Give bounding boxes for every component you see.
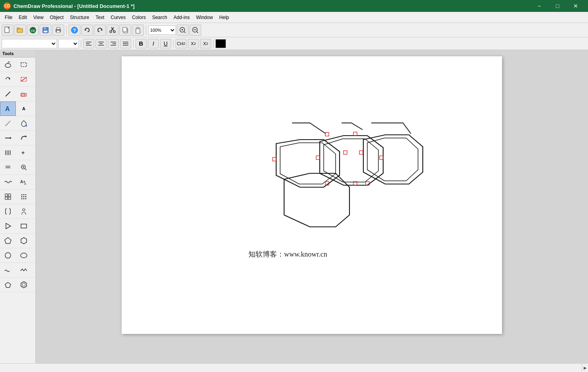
person-tool[interactable] [16,204,32,219]
window-title: ChemDraw Professional - [Untitled Docume… [13,3,530,9]
minimize-button[interactable]: − [530,0,548,12]
rectangle-tool[interactable] [16,219,32,233]
hexagon-tool[interactable] [16,234,32,248]
undo-button[interactable] [81,25,93,36]
redo-button[interactable] [94,25,106,36]
paste-button[interactable] [132,25,144,36]
copy-button[interactable] [119,25,131,36]
play-button-tool[interactable] [0,219,16,233]
zoom-out-button[interactable] [189,25,201,36]
menu-file[interactable]: File [2,13,15,22]
svg-text:CD: CD [4,4,10,8]
menu-curves[interactable]: Curves [107,13,129,22]
double-bond-tool[interactable] [0,160,16,174]
svg-rect-74 [8,197,11,199]
tool-row-5 [0,116,35,131]
cut-button[interactable] [107,25,118,36]
justify-button[interactable] [120,39,131,48]
paint-bucket-tool[interactable] [16,116,32,130]
app-icon: CD [3,2,11,10]
svg-text:CD: CD [31,29,35,32]
close-button[interactable]: ✕ [567,0,585,12]
menu-view[interactable]: View [30,13,47,22]
align-left-button[interactable] [83,39,94,48]
svg-point-84 [23,209,25,211]
zoom-in-button[interactable] [177,25,189,36]
menu-search[interactable]: Search [149,13,170,22]
new-button[interactable] [2,25,13,36]
scroll-right-button[interactable]: ▶ [582,364,588,372]
maximize-button[interactable]: □ [548,0,567,12]
bold-button[interactable]: B [136,39,147,48]
svg-rect-22 [123,27,127,32]
align-center-button[interactable] [95,39,107,48]
circle-tool[interactable] [0,248,16,263]
bond-eraser-tool[interactable] [16,72,32,86]
tool-row-10 [0,190,35,204]
zoom-tool[interactable] [16,160,32,174]
svg-rect-12 [57,31,60,33]
size-select[interactable] [58,39,79,48]
menu-object[interactable]: Object [47,13,67,22]
small-pentagon-tool[interactable] [0,278,16,292]
benzene-tool[interactable] [16,278,32,292]
wavy-bond-tool[interactable] [0,175,16,189]
open-button[interactable] [14,25,26,36]
single-bond-tool[interactable] [0,116,16,130]
canvas-area[interactable]: 知软博客：www.knowr.cn [36,50,588,363]
text-tool[interactable]: A [0,102,16,116]
charge-tool[interactable]: + [16,146,32,160]
svg-point-78 [21,196,23,198]
print-button[interactable] [52,25,64,36]
tool-row-6 [0,131,35,146]
font-select[interactable] [2,39,57,48]
dots-tool[interactable] [16,190,32,204]
window-controls: − □ ✕ [530,0,585,12]
color-swatch[interactable] [216,39,226,48]
svg-point-82 [23,198,25,199]
rotate-tool[interactable] [0,72,16,86]
bracket-tool[interactable] [0,204,16,219]
svg-text:?: ? [73,28,76,33]
subscript-label[interactable]: CH2 [176,39,187,48]
save-button[interactable] [40,25,52,36]
rect-select-tool[interactable] [16,58,32,72]
italic-button[interactable]: I [148,39,159,48]
tools-label: Tools [0,50,35,58]
menu-text[interactable]: Text [92,13,107,22]
wave-tool[interactable] [0,263,16,277]
hash-bond-tool[interactable] [0,146,16,160]
arrow-tool[interactable] [0,131,16,145]
svg-point-44 [5,63,11,67]
svg-point-81 [21,198,23,199]
subscript-button[interactable]: X2 [188,39,199,48]
zoom-select[interactable]: 100% 25% 50% 75% 150% 200% 400% [148,25,176,35]
svg-line-48 [21,77,27,81]
curved-arrow-tool[interactable] [16,131,32,145]
lasso-tool[interactable] [0,58,16,72]
underline-button[interactable]: U [160,39,171,48]
zigzag-tool[interactable] [16,263,32,277]
pentagon-tool[interactable] [0,234,16,248]
oval-tool[interactable] [16,248,32,263]
svg-marker-92 [21,282,27,288]
svg-rect-23 [136,29,140,33]
menu-addins[interactable]: Add-ins [170,13,193,22]
cd-icon[interactable]: CD [27,25,39,36]
menu-window[interactable]: Window [193,13,216,22]
help-button[interactable]: ? [69,25,80,36]
menu-structure[interactable]: Structure [67,13,93,22]
erase-tool[interactable] [16,87,32,101]
menu-help[interactable]: Help [216,13,232,22]
superscript-button[interactable]: X2 [200,39,211,48]
menu-colors[interactable]: Colors [129,13,149,22]
align-right-button[interactable] [108,39,119,48]
svg-rect-103 [353,132,357,136]
menu-edit[interactable]: Edit [15,13,30,22]
grid-tool[interactable] [0,190,16,204]
bond-tool[interactable] [0,87,16,101]
svg-rect-71 [5,194,8,196]
svg-line-53 [6,121,10,126]
atom-map-tool[interactable]: A [16,102,32,116]
text-a-tool[interactable]: A+A [16,175,32,189]
